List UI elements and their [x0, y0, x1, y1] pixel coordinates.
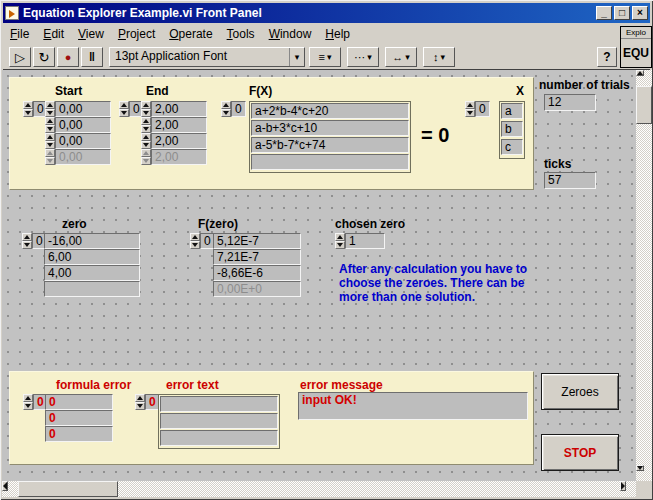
decrement-icon[interactable]	[22, 241, 32, 249]
x-variable[interactable]: a	[501, 103, 523, 119]
increment-icon[interactable]	[190, 233, 200, 241]
horizontal-scrollbar[interactable]	[2, 481, 636, 497]
decrement-icon[interactable]	[190, 241, 200, 249]
fx-formula[interactable]: a-b+3*c+10	[251, 120, 409, 136]
context-help-button[interactable]: ?	[597, 47, 617, 67]
horizontal-scroll-thumb[interactable]	[18, 481, 118, 497]
x-variable[interactable]: c	[501, 139, 523, 155]
end-value[interactable]: 2,00	[151, 117, 207, 133]
font-selector[interactable]: 13pt Application Font ▾	[109, 47, 305, 67]
start-value[interactable]: 0,00	[55, 133, 111, 149]
menu-edit[interactable]: Edit	[36, 25, 71, 43]
end-element[interactable]: 2,00	[141, 101, 207, 117]
run-button[interactable]: ▷	[9, 47, 31, 67]
increment-icon[interactable]	[141, 133, 151, 141]
spinner-icon[interactable]	[135, 394, 145, 410]
scroll-right-button[interactable]	[620, 481, 626, 491]
decrement-icon[interactable]	[335, 241, 345, 249]
vertical-scrollbar[interactable]	[636, 70, 652, 481]
end-element[interactable]: 2,00	[141, 117, 207, 133]
increment-icon[interactable]	[221, 101, 231, 109]
increment-icon[interactable]	[141, 101, 151, 109]
scroll-up-button[interactable]	[636, 70, 644, 76]
close-button[interactable]: ×	[632, 6, 648, 20]
start-value[interactable]: 0,00	[55, 117, 111, 133]
start-element[interactable]: 0,00	[45, 101, 111, 117]
spinner-icon[interactable]	[141, 101, 151, 117]
menu-window[interactable]: Window	[262, 25, 319, 43]
menu-project[interactable]: Project	[111, 25, 162, 43]
spinner-icon[interactable]	[45, 101, 55, 117]
font-selector-value[interactable]: 13pt Application Font	[110, 48, 289, 66]
end-value[interactable]: 2,00	[151, 133, 207, 149]
start-element[interactable]: 0,00	[45, 117, 111, 133]
increment-icon[interactable]	[22, 233, 32, 241]
decrement-icon[interactable]	[23, 109, 33, 117]
error-text-index-control[interactable]: 0	[135, 394, 160, 410]
increment-icon[interactable]	[335, 233, 345, 241]
reorder-objects-dropdown[interactable]: ↕▾	[423, 47, 455, 67]
increment-icon[interactable]	[45, 101, 55, 109]
decrement-icon[interactable]	[23, 402, 33, 410]
end-value[interactable]: 2,00	[151, 101, 207, 117]
fx-formula[interactable]: a-5*b-7*c+74	[251, 137, 409, 153]
maximize-button[interactable]: □	[614, 6, 630, 20]
spinner-icon[interactable]	[119, 101, 129, 117]
decrement-icon[interactable]	[45, 125, 55, 133]
decrement-icon[interactable]	[141, 109, 151, 117]
fx-formula[interactable]: a+2*b-4*c+20	[251, 103, 409, 119]
decrement-icon[interactable]	[465, 109, 475, 117]
distribute-objects-dropdown[interactable]: ⋯▾	[347, 47, 379, 67]
x-index-value[interactable]: 0	[475, 101, 490, 117]
decrement-icon[interactable]	[119, 109, 129, 117]
scroll-down-button[interactable]	[636, 465, 644, 471]
increment-icon[interactable]	[119, 101, 129, 109]
spinner-icon[interactable]	[23, 394, 33, 410]
spinner-icon[interactable]	[335, 233, 345, 249]
spinner-icon[interactable]	[45, 133, 55, 149]
increment-icon[interactable]	[45, 133, 55, 141]
spinner-icon[interactable]	[23, 101, 33, 117]
menu-help[interactable]: Help	[318, 25, 357, 43]
font-dropdown-arrow-icon[interactable]: ▾	[289, 48, 304, 66]
spinner-icon[interactable]	[141, 117, 151, 133]
stop-button[interactable]: STOP	[541, 434, 619, 471]
increment-icon[interactable]	[465, 101, 475, 109]
fzero-index-control[interactable]: 0	[190, 233, 215, 249]
titlebar[interactable]: Equation Explorer Example.vi Front Panel…	[3, 3, 650, 23]
increment-icon[interactable]	[23, 394, 33, 402]
x-variable[interactable]: b	[501, 121, 523, 137]
abort-button[interactable]: ●	[57, 47, 79, 67]
zeroes-button[interactable]: Zeroes	[541, 373, 619, 410]
decrement-icon[interactable]	[141, 125, 151, 133]
chosen-zero-value[interactable]: 1	[345, 233, 385, 249]
minimize-button[interactable]: _	[596, 6, 612, 20]
fx-index-control[interactable]: 0	[221, 101, 246, 117]
increment-icon[interactable]	[45, 117, 55, 125]
chosen-zero-control[interactable]: 1	[335, 233, 385, 249]
x-index-control[interactable]: 0	[465, 101, 490, 117]
decrement-icon[interactable]	[135, 402, 145, 410]
spinner-icon[interactable]	[22, 233, 32, 249]
decrement-icon[interactable]	[45, 109, 55, 117]
align-objects-dropdown[interactable]: ≡▾	[309, 47, 341, 67]
decrement-icon[interactable]	[45, 141, 55, 149]
menu-tools[interactable]: Tools	[220, 25, 262, 43]
vertical-scroll-thumb[interactable]	[636, 86, 652, 124]
spinner-icon[interactable]	[141, 133, 151, 149]
increment-icon[interactable]	[141, 117, 151, 125]
spinner-icon[interactable]	[221, 101, 231, 117]
menu-view[interactable]: View	[71, 25, 111, 43]
resize-objects-dropdown[interactable]: ↔▾	[385, 47, 417, 67]
menu-operate[interactable]: Operate	[162, 25, 219, 43]
pause-button[interactable]: ‖	[81, 47, 103, 67]
vi-icon[interactable]: Explo EQU	[620, 26, 652, 68]
increment-icon[interactable]	[23, 101, 33, 109]
start-element[interactable]: 0,00	[45, 133, 111, 149]
start-value[interactable]: 0,00	[55, 101, 111, 117]
decrement-icon[interactable]	[221, 109, 231, 117]
decrement-icon[interactable]	[141, 141, 151, 149]
end-element[interactable]: 2,00	[141, 133, 207, 149]
spinner-icon[interactable]	[190, 233, 200, 249]
fx-formula[interactable]	[251, 154, 409, 170]
